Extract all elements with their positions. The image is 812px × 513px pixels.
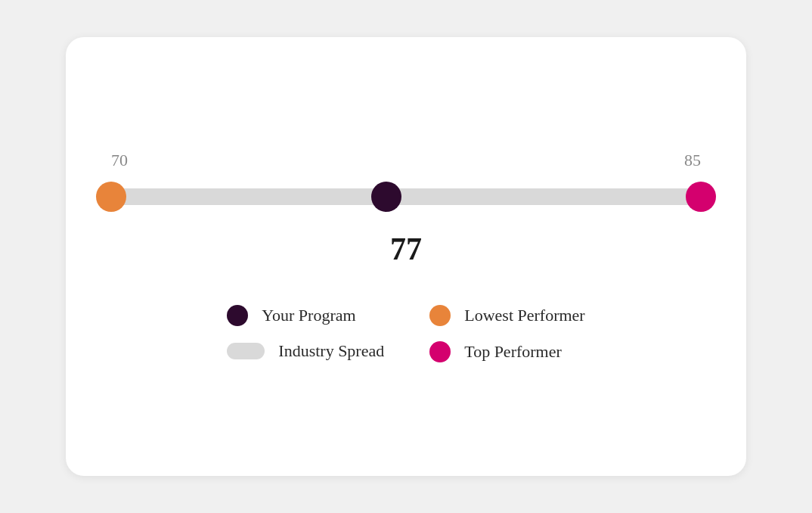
main-card: 70 85 77 Your Program Industry Spread bbox=[66, 37, 746, 476]
your-program-dot bbox=[371, 182, 401, 212]
slider-track-container bbox=[111, 178, 701, 216]
legend-column-right: Lowest Performer Top Performer bbox=[429, 305, 584, 362]
legend-your-program-dot bbox=[227, 305, 248, 326]
legend-your-program-label: Your Program bbox=[262, 306, 355, 325]
legend-item-top-performer: Top Performer bbox=[429, 341, 584, 362]
legend-lowest-performer-label: Lowest Performer bbox=[464, 306, 584, 325]
lowest-performer-dot bbox=[96, 182, 126, 212]
legend-top-performer-label: Top Performer bbox=[464, 342, 562, 362]
legend-item-lowest-performer: Lowest Performer bbox=[429, 305, 584, 326]
legend-column-left: Your Program Industry Spread bbox=[227, 305, 384, 362]
chart-area: 70 85 77 bbox=[111, 151, 701, 267]
slider-track bbox=[111, 188, 701, 205]
legend-item-industry-spread: Industry Spread bbox=[227, 341, 384, 361]
range-max-label: 85 bbox=[684, 151, 701, 170]
range-labels: 70 85 bbox=[111, 151, 701, 170]
current-value-display: 77 bbox=[390, 231, 422, 267]
legend-lowest-performer-dot bbox=[429, 305, 451, 326]
legend-industry-spread-label: Industry Spread bbox=[278, 341, 384, 361]
legend-top-performer-dot bbox=[429, 341, 451, 362]
range-min-label: 70 bbox=[111, 151, 128, 170]
legend-industry-spread-track bbox=[227, 343, 265, 359]
top-performer-dot bbox=[686, 182, 716, 212]
legend-item-your-program: Your Program bbox=[227, 305, 384, 326]
legend-area: Your Program Industry Spread Lowest Perf… bbox=[111, 305, 701, 362]
